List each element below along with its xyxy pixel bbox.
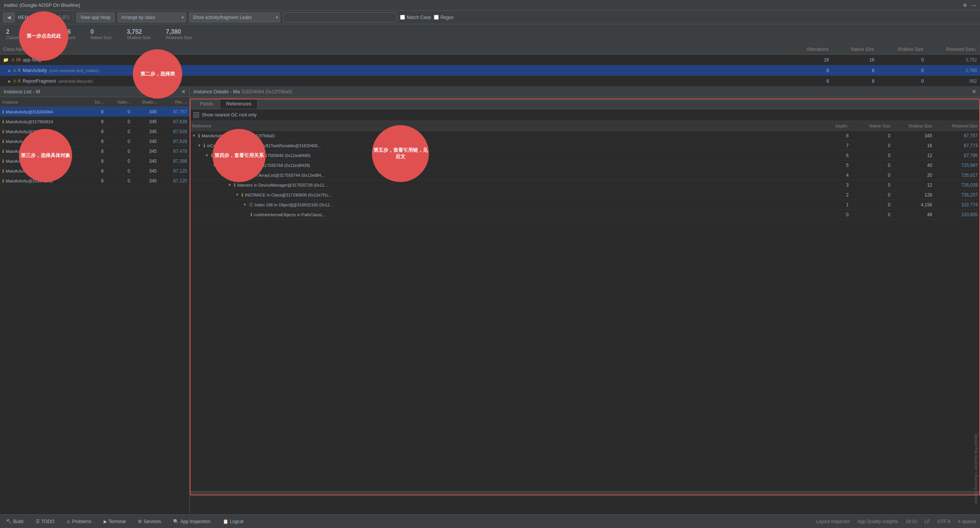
todo-button[interactable]: ☰ TODO bbox=[33, 518, 57, 525]
search-input[interactable] bbox=[283, 13, 397, 22]
stat-count-label: Count bbox=[64, 35, 75, 40]
instance-retained: 87,398 bbox=[159, 159, 189, 164]
ref-table-header: Reference Depth ↑ Native Size Shallow Si… bbox=[190, 121, 980, 131]
table-row[interactable]: 📁 ⚠ 16 app heap 16 16 0 3,752 bbox=[0, 55, 980, 65]
table-row[interactable]: ● ⚠ 8 ReportFragment (androidx.lifecycle… bbox=[0, 76, 980, 87]
stat-classes-value: 2 bbox=[6, 29, 10, 35]
ref-depth: 3 bbox=[821, 182, 851, 188]
detail-panel-close[interactable]: ✕ bbox=[972, 89, 976, 94]
rth-native[interactable]: Native Size bbox=[851, 121, 893, 130]
rth-retained[interactable]: Retained Size bbox=[934, 121, 980, 130]
list-item[interactable]: ▼ ℹ mTaskRunnable in Task@317555840 (0x1… bbox=[190, 151, 980, 160]
list-item[interactable]: ▼ ☰ Index 1 in Object[]@317555768 (0x12e… bbox=[190, 160, 980, 170]
list-item[interactable]: ▼ ℹ listeners in DeviceManager@317555728… bbox=[190, 180, 980, 190]
list-item[interactable]: ▼ ℹ elementData in ArrayList@317555744 (… bbox=[190, 170, 980, 180]
list-item[interactable]: ▼ ☰ Index 166 in Object[]@316932100 (0x1… bbox=[190, 200, 980, 210]
view-app-heap-button[interactable]: View app heap bbox=[76, 13, 115, 22]
table-row[interactable]: ● ⚠ 8 MainActivity (com.example.test_mal… bbox=[0, 65, 980, 76]
list-item[interactable]: ℹ MainActivity@318285072 8 0 345 87,398 bbox=[0, 156, 189, 166]
build-icon: 🔨 bbox=[6, 519, 12, 524]
expand-arrow[interactable]: ▼ bbox=[213, 163, 216, 167]
back-button[interactable]: ◀ bbox=[3, 13, 15, 22]
rth-shallow[interactable]: Shallow Size bbox=[893, 121, 934, 130]
problems-button[interactable]: ⚠ Problems bbox=[64, 518, 94, 525]
spaces-label: 4 spaces bbox=[958, 519, 976, 524]
ref-icon: ℹ bbox=[242, 192, 243, 198]
ith-native[interactable]: Nativ... bbox=[106, 97, 132, 106]
th-retained-size[interactable]: Retained Size ↓ bbox=[927, 44, 980, 54]
instance-native: 0 bbox=[106, 139, 132, 144]
ref-depth: 1 bbox=[821, 202, 851, 208]
match-case-checkbox[interactable] bbox=[400, 15, 405, 20]
app-quality-button[interactable]: App Quality Insights bbox=[858, 519, 898, 524]
view-select-wrapper[interactable]: View app heap bbox=[76, 13, 115, 22]
terminal-button[interactable]: ▶ Terminal bbox=[101, 518, 128, 525]
detail-panel: Instance Details - Ma 318204064 (0x12f76… bbox=[190, 87, 980, 514]
build-button[interactable]: 🔨 Build bbox=[4, 518, 26, 525]
ref-shallow: 12 bbox=[893, 153, 934, 158]
logcat-button[interactable]: 📋 Logcat bbox=[221, 518, 246, 525]
expand-arrow[interactable]: ▼ bbox=[197, 143, 201, 147]
ref-icon: ℹ bbox=[234, 182, 236, 188]
arrange-select-wrapper[interactable]: Arrange by class ▾ bbox=[118, 13, 186, 22]
list-item[interactable]: ℹ MainActivity@318123008 8 0 345 87,478 bbox=[0, 146, 189, 156]
gc-checkbox[interactable] bbox=[194, 112, 199, 117]
instance-panel-close[interactable]: ✕ bbox=[181, 89, 186, 94]
minimize-icon[interactable]: — bbox=[972, 3, 976, 8]
tab-references[interactable]: References bbox=[220, 98, 258, 109]
show-leaks-select[interactable]: Show activity/fragment Leaks bbox=[189, 13, 280, 22]
list-item[interactable]: ℹ MainActivity@318204064 8 0 345 87,757 bbox=[0, 107, 189, 117]
expand-arrow[interactable]: ▼ bbox=[235, 193, 239, 197]
list-item[interactable]: ▼ ℹ mContext, this$0 in MainActivity$1Ta… bbox=[190, 141, 980, 151]
ith-depth[interactable]: De... bbox=[83, 97, 106, 106]
ith-instance[interactable]: Instance bbox=[0, 97, 83, 106]
list-item[interactable]: ▼ ℹ INSTANCE in Class@317190600 (0x12e7f… bbox=[190, 190, 980, 200]
ref-retained: 87,773 bbox=[934, 143, 980, 148]
instance-icon: ℹ bbox=[2, 129, 4, 134]
stat-classes-label: Classes bbox=[6, 35, 21, 40]
show-dropdown-arrow: ▾ bbox=[276, 15, 278, 19]
ith-shallow[interactable]: Shallo... bbox=[132, 97, 159, 106]
list-item[interactable]: ℹ MainActivity@317712584 8 0 345 87,628 bbox=[0, 136, 189, 146]
list-item[interactable]: ℹ MainActivity@317960824 8 0 345 87,628 bbox=[0, 117, 189, 127]
tab-fields[interactable]: Fields bbox=[194, 98, 220, 109]
expand-arrow[interactable]: ▼ bbox=[243, 203, 247, 207]
list-item[interactable]: ℹ MainActivity@318041952 8 0 345 87,125 bbox=[0, 176, 189, 186]
rth-reference[interactable]: Reference bbox=[190, 121, 821, 130]
reference-list: ▼ ℹ MainActivity@318204064 (0x12f768a0) … bbox=[190, 131, 980, 491]
list-item[interactable]: ▼ ℹ MainActivity@318204064 (0x12f768a0) … bbox=[190, 131, 980, 141]
ref-icon: ℹ bbox=[211, 153, 213, 158]
gear-icon[interactable]: ⚙ bbox=[963, 3, 967, 8]
list-item[interactable]: ℹ runtimeInternalObjects in PathClassL..… bbox=[190, 210, 980, 220]
th-native-size[interactable]: Native Size bbox=[832, 44, 878, 54]
list-item[interactable]: ℹ MainActivity@317879768 8 0 345 87,125 bbox=[0, 166, 189, 176]
ith-retained[interactable]: Ret... ↓ bbox=[159, 97, 189, 106]
list-item[interactable]: ℹ MainActivity@317998712 8 0 345 87,628 bbox=[0, 127, 189, 136]
services-button[interactable]: ⚙ Services bbox=[135, 518, 163, 525]
th-shallow-size[interactable]: Shallow Size bbox=[878, 44, 927, 54]
app-inspection-button[interactable]: 🔍 App Inspection bbox=[171, 518, 213, 525]
instance-name: ℹ MainActivity@318285072 bbox=[0, 159, 83, 164]
regex-checkbox[interactable] bbox=[434, 15, 439, 20]
ref-icon: ℹ bbox=[250, 212, 252, 217]
match-case-label[interactable]: Match Case bbox=[400, 15, 431, 20]
instance-retained: 87,125 bbox=[159, 178, 189, 184]
stats-bar: 2 Classes 16 ⚠ Leaks 16 Count 0 Native S… bbox=[0, 24, 980, 44]
expand-arrow[interactable]: ▼ bbox=[220, 173, 224, 177]
expand-arrow[interactable]: ▼ bbox=[205, 153, 209, 157]
rth-depth[interactable]: Depth ↑ bbox=[821, 121, 851, 130]
instance-sort-arrow: ↓ bbox=[185, 100, 188, 104]
arrange-by-select[interactable]: Arrange by class bbox=[118, 13, 186, 22]
instance-native: 0 bbox=[106, 159, 132, 164]
stat-retained-label: Retained Size bbox=[166, 35, 192, 40]
watermark: Device File Explorer | Running Device bbox=[972, 432, 980, 505]
th-allocations[interactable]: Allocations bbox=[786, 44, 832, 54]
expand-arrow[interactable]: ▼ bbox=[192, 133, 196, 138]
show-select-wrapper[interactable]: Show activity/fragment Leaks ▾ bbox=[189, 13, 280, 22]
regex-label[interactable]: Regex bbox=[434, 15, 453, 20]
layout-inspector-button[interactable]: Layout Inspector bbox=[816, 519, 850, 524]
stat-shallow: 3,752 Shallow Size bbox=[127, 29, 151, 40]
expand-arrow[interactable]: ▼ bbox=[228, 183, 232, 187]
ref-native: 0 bbox=[851, 133, 893, 138]
horizontal-scrollbar[interactable] bbox=[190, 491, 980, 495]
